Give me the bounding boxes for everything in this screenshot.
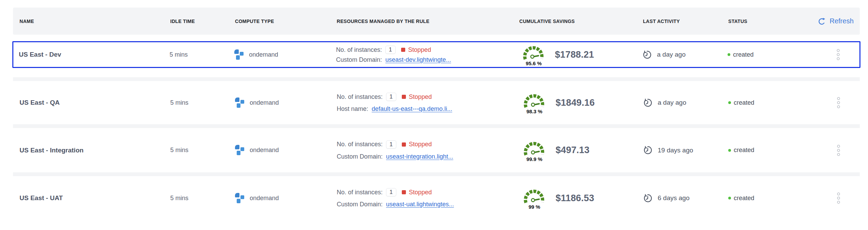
idle-time-value: 5 mins [170, 147, 235, 154]
refresh-label: Refresh [830, 17, 854, 25]
compute-type-value: ondemand [250, 195, 279, 202]
stopped-state-icon [402, 190, 406, 194]
savings-gauge-icon [523, 186, 546, 204]
compute-type-icon [234, 49, 244, 60]
compute-type-icon [235, 193, 245, 204]
stopped-state-icon [402, 95, 406, 99]
resource-label: Host name: [337, 105, 368, 113]
idle-time-value: 5 mins [170, 51, 234, 58]
status-dot-icon [728, 149, 731, 152]
column-header-compute-type: COMPUTE TYPE [235, 19, 337, 24]
savings-amount: $1849.16 [556, 97, 595, 108]
history-icon [642, 50, 652, 59]
resource-link[interactable]: useast-integration.light... [386, 153, 453, 160]
history-icon [643, 194, 652, 203]
table-row-us-east-dev[interactable]: US East - Dev 5 mins ondemand No. of ins… [12, 41, 860, 68]
compute-type-icon [235, 145, 245, 156]
status-value: created [734, 195, 754, 202]
column-header-cumulative-savings: CUMULATIVE SAVINGS [519, 19, 643, 24]
row-menu-kebab-icon[interactable] [835, 95, 842, 110]
column-header-resources: RESOURCES MANAGED BY THE RULE [337, 19, 519, 24]
rule-name: US East - Integration [20, 147, 170, 154]
resource-link[interactable]: useast-dev.lightwingte... [385, 56, 451, 64]
refresh-icon [818, 17, 826, 25]
savings-percent: 99.9 % [526, 156, 543, 162]
column-header-status: STATUS [728, 19, 791, 24]
row-menu-kebab-icon[interactable] [835, 191, 842, 206]
instances-count: 1 [386, 140, 396, 149]
table-header: NAME IDLE TIME COMPUTE TYPE RESOURCES MA… [13, 8, 860, 35]
compute-type-value: ondemand [250, 147, 279, 154]
column-header-last-activity: LAST ACTIVITY [643, 19, 728, 24]
status-value: created [734, 147, 754, 154]
last-activity-value: a day ago [657, 51, 685, 58]
savings-amount: $1186.53 [556, 193, 594, 204]
compute-type-icon [235, 97, 245, 108]
last-activity-value: 6 days ago [658, 194, 690, 202]
instances-count: 1 [386, 93, 396, 101]
savings-amount: $497.13 [556, 145, 590, 156]
row-separator [13, 172, 860, 176]
table-row-us-east-uat[interactable]: US East - UAT 5 mins ondemand No. of ins… [13, 176, 860, 220]
last-activity-value: a day ago [658, 99, 686, 106]
table-row-us-east-integration[interactable]: US East - Integration 5 mins ondemand No… [13, 128, 860, 172]
row-separator [13, 77, 860, 81]
resource-label: Custom Domain: [336, 56, 382, 64]
column-header-name: NAME [20, 19, 170, 24]
savings-gauge-icon [522, 43, 545, 60]
compute-type-value: ondemand [250, 99, 279, 106]
history-icon [643, 98, 652, 107]
rule-name: US East - QA [20, 99, 170, 106]
instance-state: Stopped [409, 141, 432, 148]
instance-state: Stopped [409, 189, 432, 196]
status-dot-icon [728, 101, 731, 104]
stopped-state-icon [401, 48, 405, 52]
rule-name: US East - UAT [20, 194, 170, 202]
instances-count: 1 [386, 188, 396, 196]
status-dot-icon [728, 197, 731, 199]
savings-gauge-icon [523, 91, 546, 108]
row-menu-kebab-icon[interactable] [835, 47, 842, 62]
resource-label: Custom Domain: [337, 201, 383, 208]
rule-name: US East - Dev [19, 51, 170, 58]
status-value: created [734, 99, 754, 106]
history-icon [643, 146, 652, 155]
instances-label: No. of instances: [336, 46, 382, 54]
compute-type-value: ondemand [249, 51, 278, 58]
status-dot-icon [728, 53, 730, 56]
instances-label: No. of instances: [337, 141, 383, 148]
status-value: created [733, 51, 754, 58]
instance-state: Stopped [408, 46, 431, 54]
row-menu-kebab-icon[interactable] [835, 143, 842, 158]
savings-percent: 99 % [529, 204, 540, 210]
savings-amount: $1788.21 [555, 49, 594, 60]
savings-gauge-icon [523, 139, 546, 156]
instances-label: No. of instances: [337, 189, 383, 196]
resource-link[interactable]: useast-uat.lightwingtes... [386, 201, 454, 208]
instances-count: 1 [385, 46, 395, 54]
savings-percent: 98.3 % [526, 108, 543, 114]
stopped-state-icon [402, 142, 406, 147]
instance-state: Stopped [409, 93, 432, 101]
last-activity-value: 19 days ago [658, 147, 693, 154]
resource-link[interactable]: default-us-east---qa.demo.li... [372, 105, 452, 113]
column-header-idle-time: IDLE TIME [170, 19, 235, 24]
table-row-us-east-qa[interactable]: US East - QA 5 mins ondemand No. of inst… [13, 81, 860, 124]
savings-percent: 95.6 % [526, 60, 542, 66]
resource-label: Custom Domain: [337, 153, 383, 160]
idle-time-value: 5 mins [170, 99, 235, 106]
row-separator [13, 124, 860, 128]
rules-table: NAME IDLE TIME COMPUTE TYPE RESOURCES MA… [13, 8, 860, 220]
idle-time-value: 5 mins [170, 195, 235, 202]
instances-label: No. of instances: [337, 93, 383, 101]
refresh-button[interactable]: Refresh [791, 17, 860, 25]
